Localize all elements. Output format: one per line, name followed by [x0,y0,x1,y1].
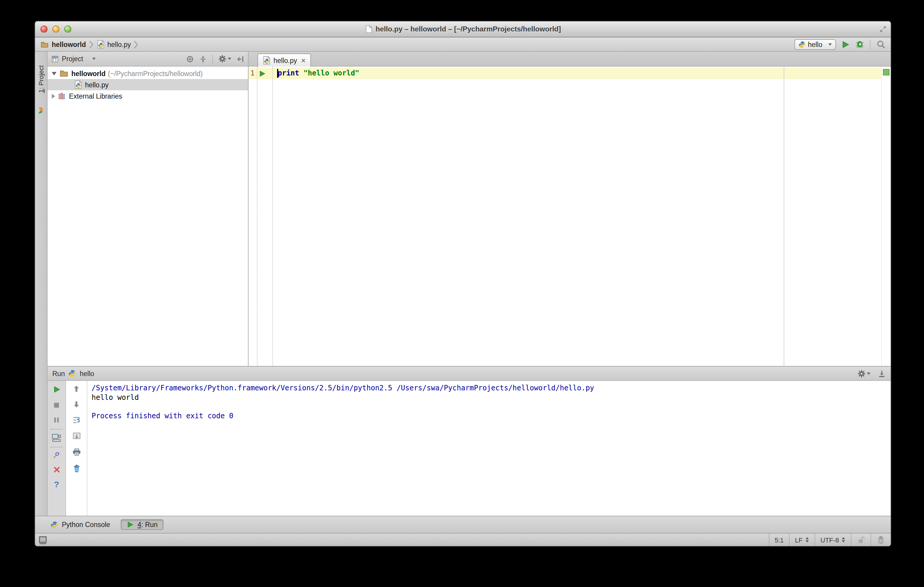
run-controls-toolbar: ? [48,381,66,516]
search-icon[interactable] [876,40,885,49]
run-button[interactable] [842,40,850,48]
tree-row-project-root[interactable]: helloworld (~/PycharmProjects/helloworld… [48,68,248,79]
toolbar-separator [870,39,871,49]
folder-icon [40,41,49,48]
hide-panel-icon[interactable] [237,55,244,62]
close-icon[interactable] [53,466,60,474]
run-configuration-select[interactable]: hello [794,39,836,49]
document-icon [365,25,372,33]
collapse-arrow-icon[interactable] [52,72,56,75]
error-stripe[interactable] [881,67,891,366]
help-icon[interactable]: ? [54,480,59,488]
locate-icon[interactable] [186,55,194,62]
code-text: print "hello world" [278,68,360,79]
tool-stripe-project-button[interactable]: 1: Project [35,55,47,104]
print-icon[interactable] [72,448,81,456]
run-panel-header: Run hello [48,367,891,381]
up-stack-icon[interactable] [73,385,80,393]
editor-tab-hello-py[interactable]: hello.py × [257,53,311,67]
run-tool-window: Run hello [48,366,891,516]
pin-icon[interactable] [52,451,61,459]
console-output-toolbar [66,381,87,516]
python-console-button[interactable]: Python Console [51,521,110,528]
encoding-widget[interactable]: UTF-8 [815,534,851,546]
console-line: Process finished with exit code 0 [92,411,891,421]
pause-icon[interactable] [53,416,60,424]
close-window-button[interactable] [40,26,48,33]
zoom-window-button[interactable] [64,26,71,33]
settings-gear-icon [218,55,226,63]
run-line-marker-icon[interactable] [259,70,266,77]
chevron-down-icon [228,58,231,60]
spinner-arrows-icon [805,536,809,543]
breadcrumb-project[interactable]: helloworld [40,41,86,48]
titlebar[interactable]: hello.py – helloworld – [~/PycharmProjec… [35,21,891,38]
tree-project-name: helloworld [71,70,106,77]
tree-row-hello-py[interactable]: hello.py [48,79,248,90]
minimize-window-button[interactable] [52,26,59,33]
folder-icon [59,69,68,77]
expand-arrow-icon[interactable] [52,94,55,98]
tree-row-external-libraries[interactable]: External Libraries [48,90,248,102]
scroll-to-end-icon[interactable] [72,432,81,440]
python-console-icon [51,521,58,528]
project-tool-window: Project [48,52,249,366]
toolbar-separator [212,54,213,63]
project-view-icon [51,55,59,62]
python-file-icon [263,56,271,65]
pycharm-window: hello.py – helloworld – [~/PycharmProjec… [35,21,891,547]
python-file-icon [97,40,104,49]
show-console-icon[interactable] [52,434,61,442]
run-panel-config-name: hello [80,370,94,377]
collapse-all-icon[interactable] [199,55,207,62]
rerun-icon[interactable] [53,386,60,393]
file-lock-widget[interactable] [851,534,871,546]
python-file-icon [74,80,82,89]
screen: hello.py – helloworld – [~/PycharmProjec… [0,0,924,587]
stop-icon[interactable] [53,402,60,409]
navigation-bar: helloworld hello.py hello [35,38,891,52]
editor-pane: hello.py × 1 [249,52,891,366]
spinner-arrows-icon [842,536,845,543]
run-panel-title: Run [52,370,65,377]
debug-button[interactable] [855,40,865,49]
python-logo-icon [798,41,805,48]
python-logo-icon [68,370,76,377]
console-line: hello world [92,393,891,402]
project-view-select[interactable]: Project [51,55,96,62]
project-settings-button[interactable] [218,55,231,63]
chevron-right-icon [134,40,139,48]
chevron-down-icon [92,58,96,60]
caret-position-widget[interactable]: 5:1 [769,534,789,546]
down-stack-icon[interactable] [73,400,80,408]
project-panel-header: Project [48,52,248,67]
tree-libs-name: External Libraries [69,92,122,100]
toolwindow-toggle-icon[interactable] [39,536,48,544]
run-settings-button[interactable] [857,369,871,378]
console-output[interactable]: /System/Library/Frameworks/Python.framew… [87,381,891,516]
chevron-right-icon [89,40,94,48]
line-separator-widget[interactable]: LF [789,534,815,546]
toolbar-separator [51,429,63,429]
tree-project-path: (~/PycharmProjects/helloworld) [108,70,203,77]
fullscreen-resize-icon[interactable] [879,25,887,33]
bottom-tool-window-bar: Python Console 4: Run [35,516,891,533]
soft-wrap-icon[interactable] [72,416,81,424]
editor-content[interactable]: 1 print "hello world" [249,67,891,366]
inspection-status-indicator[interactable] [883,69,889,76]
editor-tab-bar: hello.py × [249,52,891,67]
highlighting-level-widget[interactable] [871,534,891,546]
hide-panel-down-icon[interactable] [878,369,886,378]
tree-file-name: hello.py [85,81,109,88]
breadcrumb-file-label: hello.py [107,41,131,48]
breadcrumb-file[interactable]: hello.py [97,40,131,49]
console-line: /System/Library/Frameworks/Python.framew… [92,384,891,393]
console-line [92,402,891,411]
run-icon [127,521,134,528]
run-tool-window-button[interactable]: 4: Run [121,519,163,530]
project-tree: helloworld (~/PycharmProjects/helloworld… [48,67,248,102]
clear-all-icon[interactable] [72,464,81,472]
close-tab-icon[interactable]: × [301,57,305,64]
line-number: 1 [249,68,254,79]
project-panel-title: Project [62,55,83,62]
